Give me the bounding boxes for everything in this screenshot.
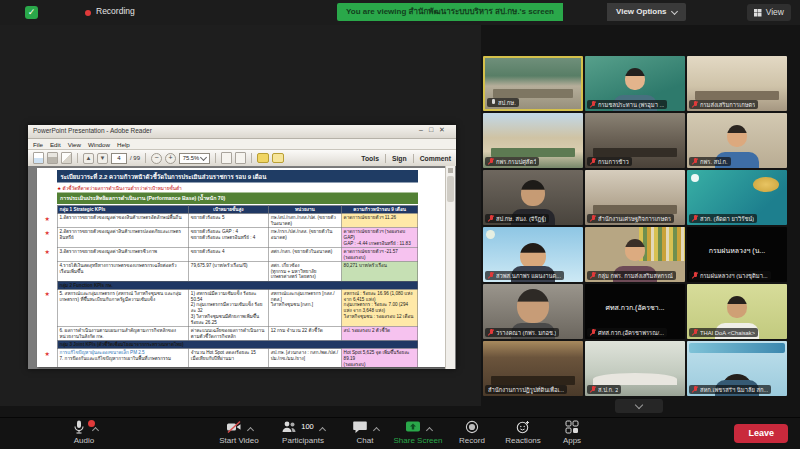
toolbar-divider <box>251 153 252 163</box>
participant-name-label: กพร.กรมปศุสัตว์ <box>485 157 539 166</box>
chevron-down-icon <box>200 153 207 160</box>
progress-cell: 80,271 บาท/ครัวเรือน <box>341 261 417 281</box>
comment-bubble-icon <box>257 153 269 163</box>
star-marker-icon: ★ <box>45 350 50 358</box>
star-marker-icon: ★ <box>45 229 50 237</box>
participant-tile[interactable]: กรมฝนหลวงฯ (น...กรมฝนหลวงฯ (นางชุติมา... <box>687 227 787 282</box>
participant-tile[interactable]: สำนักงานการปฏิรูปที่ดินเพื่อเ... <box>483 341 583 396</box>
leave-button[interactable]: Leave <box>734 424 788 443</box>
participant-video <box>517 289 549 323</box>
mic-icon <box>490 99 496 106</box>
menu-view: View <box>68 141 81 148</box>
zoom-out-icon: − <box>151 153 162 164</box>
participant-name: ส.ป.ก. 2 <box>598 385 618 395</box>
microphone-button[interactable]: Audio <box>52 420 116 445</box>
participant-tile[interactable]: กพร. สป.ก. <box>687 113 787 168</box>
apps-button[interactable]: Apps <box>551 420 593 445</box>
participant-tile[interactable]: สหก.เพชรสรีฯ นิมาล้ย สก... <box>687 341 787 396</box>
fit-page-icon <box>235 152 246 164</box>
table-row: 4.รายได้เงินสดสุทธิทางการเกษตรของเกษตรกร… <box>57 261 418 281</box>
participants-button[interactable]: 100Participants <box>264 420 342 445</box>
participant-tile[interactable]: THAI DoA <Chaisak> <box>687 284 787 339</box>
caret-up-icon[interactable] <box>246 426 253 433</box>
table-row: ★1.อัตราการขยายตัวของมูลค่าของสินค้าเกษต… <box>57 214 418 228</box>
reactions-button[interactable]: Reactions <box>493 420 553 445</box>
view-options-button[interactable]: View Options <box>607 3 686 21</box>
target-cell: ขยายตัวร้อยละ 5 <box>189 214 269 228</box>
participant-tile[interactable]: กรมชลประทาน (พรอุมา ... <box>585 56 685 111</box>
kpi-text: 4.รายได้เงินสดสุทธิทางการเกษตรของเกษตรกร… <box>60 263 177 274</box>
participant-name-label: สำนักงานการปฏิรูปที่ดินเพื่อเ... <box>485 385 567 394</box>
group-header-row: กลุ่ม 3 Joint KPIs (ตัวชี้วัดเชื่อมโยงมา… <box>57 340 418 348</box>
group-header-row: กลุ่ม 2 Function KPIs กษ. <box>57 281 418 289</box>
apps-icon <box>564 419 580 439</box>
microphone-icon <box>71 419 87 439</box>
caret-up-icon[interactable] <box>425 426 432 433</box>
target-cell: ขยายตัวร้อยละ 4 <box>189 247 269 261</box>
participant-video <box>521 180 545 206</box>
caret-up-icon[interactable] <box>319 426 326 433</box>
table-row: ★3.อัตราการขยายตัวของมูลค่าสินค้าเกษตรชี… <box>57 247 418 261</box>
mic-muted-icon <box>590 329 596 336</box>
previous-page-icon: ▲ <box>83 153 94 164</box>
participant-name: กพร.กรมปศุสัตว์ <box>496 157 536 167</box>
menu-window: Window <box>88 141 110 148</box>
table-row: ★5. สหกรณ์และกลุ่มเกษตรกร (สหกรณ์ วิสาหก… <box>57 289 418 326</box>
participant-tile[interactable]: กรมส่งเสริมการเกษตร <box>687 56 787 111</box>
participant-tile[interactable]: กลุ่ม กพร. กรมส่งเสริมสหกรณ์ <box>585 227 685 282</box>
annotation-bubble-icon <box>272 153 284 163</box>
table-row: ★2.อัตราการขยายตัวของมูลค่าสินค้าเกษตรปล… <box>57 228 418 248</box>
reader-window-title: PowerPoint Presentation - Adobe Reader <box>33 127 152 134</box>
participant-name: สป.กษ. <box>498 98 516 108</box>
participant-name-label: กรมฝนหลวงฯ (นางชุติมา... <box>689 271 771 280</box>
record-button[interactable]: Record <box>446 420 498 445</box>
kpi-table: กลุ่ม 1 Strategic KPIsเป้าหมายขั้นสูงหน่… <box>57 205 418 367</box>
column-header: เป้าหมายขั้นสูง <box>189 205 269 213</box>
participant-name-label: สหก.เพชรสรีฯ นิมาล้ย สก... <box>689 385 771 394</box>
view-button[interactable]: View <box>747 4 791 21</box>
participant-name-label: กรมส่งเสริมการเกษตร <box>689 100 758 109</box>
participant-tile[interactable]: กรมการข้าว <box>585 113 685 168</box>
participant-name-label: THAI DoA <Chaisak> <box>689 328 758 337</box>
caret-up-icon[interactable] <box>91 426 98 433</box>
chat-icon <box>352 419 368 439</box>
page-total-label: / 99 <box>130 155 140 161</box>
target-cell: ค่าคะแนนเฉลี่ยของผลการดำเนินงานตามตัวชี้… <box>189 326 269 340</box>
progress-cell: สป. รอผลรอบ 2 ตัวชี้วัด <box>341 326 417 340</box>
document-title-bar: ระเบียบวาระที่ 2.2 ความก้าวหน้าตัวชี้วัด… <box>57 170 418 183</box>
participant-tile[interactable]: กพร.กรมปศุสัตว์ <box>483 113 583 168</box>
document-page: ระเบียบวาระที่ 2.2 ความก้าวหน้าตัวชี้วัด… <box>37 168 445 367</box>
participant-gallery: สป.กษ.กรมชลประทาน (พรอุมา ...กรมส่งเสริม… <box>483 56 789 396</box>
kpi-text: 7. การป้องกันและแก้ไขปัญหาการเผาในพื้นที… <box>60 356 171 361</box>
view-options-label: View Options <box>616 3 667 21</box>
agency-cell: สศก./กสก. (ขยายตัวในอนาคต) <box>268 247 341 261</box>
participant-name-label: สำนักงานเศรษฐกิจการเกษตร <box>587 214 674 223</box>
document-area: ระเบียบวาระที่ 2.2 ความก้าวหน้าตัวชี้วัด… <box>28 166 456 369</box>
table-row: ★การแก้ไขปัญหาฝุ่นละอองขนาดเล็ก PM 2.57.… <box>57 349 418 367</box>
participant-name: กรมฝนหลวงฯ (นางชุติมา... <box>700 271 768 281</box>
save-icon <box>33 152 44 164</box>
participant-tile[interactable]: ส.ป.ก. 2 <box>585 341 685 396</box>
security-shield-icon[interactable]: ✓ <box>25 6 38 19</box>
participant-name-label: วรางคณา (กพร. มกอช.) <box>485 328 559 337</box>
menu-help: Help <box>117 141 130 148</box>
participant-tile[interactable]: สำนักงานเศรษฐกิจการเกษตร <box>585 170 685 225</box>
mic-muted-icon <box>590 386 596 393</box>
progress-cell: คาดการณ์ขยายตัวฯ 11.26 <box>341 214 417 228</box>
participant-tile[interactable]: วรางคณา (กพร. มกอช.) <box>483 284 583 339</box>
page-number-input: 4 <box>111 153 127 164</box>
participant-tile[interactable]: สป.กษ. <box>483 56 583 111</box>
notification-badge <box>88 420 95 427</box>
participant-name-label: สป.กษ. <box>487 98 519 107</box>
participant-video <box>727 296 747 318</box>
table-row: 6. ผลการดำเนินงานตามแผนงานสำคัญตามภารกิจ… <box>57 326 418 340</box>
reader-title-bar: PowerPoint Presentation - Adobe Reader –… <box>28 125 456 139</box>
participant-tile[interactable]: ศทส.กวก.(อัครชา...ศทส.กวก.(อัครชาพรรณ/..… <box>585 284 685 339</box>
agency-cell: กษ./สป./กสก./กสส./ปศ. (ขยายตัวในอนาคต) <box>268 214 341 228</box>
show-more-participants-button[interactable] <box>615 399 663 413</box>
participant-tile[interactable]: สวพส.นภาพร แผนงานต... <box>483 227 583 282</box>
email-icon <box>61 152 72 164</box>
document-note: ★ ตัวชี้วัดที่คาดว่าผลการดำเนินงานต่ำกว่… <box>57 184 418 192</box>
participant-tile[interactable]: สป.กษ. สนง. (จีรัฏฐ์) <box>483 170 583 225</box>
participant-tile[interactable]: สวก. (ลัดดา ยาวิรัชน์) <box>687 170 787 225</box>
